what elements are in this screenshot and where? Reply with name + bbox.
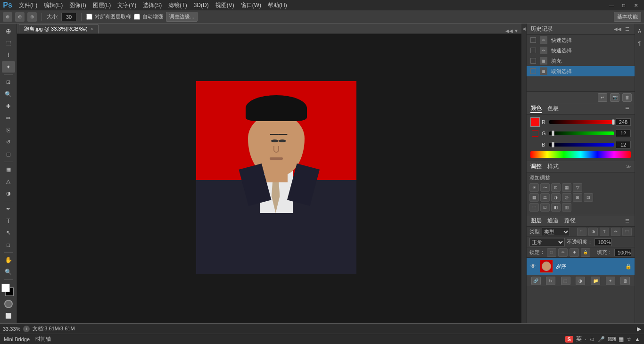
adj-more-btn[interactable]: ≫ <box>626 164 631 169</box>
menu-3d[interactable]: 3D(D) <box>191 1 212 9</box>
b-value-input[interactable] <box>616 141 631 148</box>
screen-mode-tool[interactable]: ⬜ <box>2 311 15 321</box>
history-item-4[interactable]: ▦ 取消选择 <box>527 66 635 76</box>
document-tab[interactable]: 跑离.jpg @ 33.3%(RGB/8#) × <box>19 24 99 33</box>
menu-text[interactable]: 文字(Y) <box>115 0 139 10</box>
collapse-panels-button[interactable]: ◀ <box>522 26 526 31</box>
status-arrow[interactable]: ▶ <box>637 326 641 332</box>
add-adjustment-button[interactable]: ◑ <box>576 277 585 285</box>
quick-select-tool[interactable]: ✦ <box>2 61 15 72</box>
add-mask-button[interactable]: ⬚ <box>561 277 570 285</box>
menu-window[interactable]: 窗口(W) <box>238 0 264 10</box>
bottom-icon-4[interactable]: 🎤 <box>598 336 605 343</box>
tool-icon-2[interactable]: ⊕ <box>15 12 25 22</box>
clone-stamp-tool[interactable]: ⎘ <box>2 125 15 136</box>
status-info-icon[interactable]: i <box>23 326 30 332</box>
b-slider[interactable] <box>549 143 614 147</box>
add-layer-button[interactable]: + <box>606 277 615 285</box>
levels-adj-icon[interactable]: ▦ <box>562 183 571 192</box>
lock-paint-btn[interactable]: ✏ <box>558 248 568 257</box>
gradient-tool[interactable]: ▦ <box>2 164 15 175</box>
bottom-icon-1[interactable]: 英 <box>576 335 582 343</box>
lock-all-btn[interactable]: 🔒 <box>581 248 590 257</box>
bottom-icon-5[interactable]: ⌨ <box>608 336 616 343</box>
history-create-doc-button[interactable]: 📷 <box>610 93 619 102</box>
layer-visibility-toggle[interactable]: 👁 <box>529 262 537 270</box>
workspace-selector[interactable]: 基本功能 <box>614 12 641 22</box>
eyedropper-tool[interactable]: 🔍 <box>2 89 15 99</box>
g-slider-thumb[interactable] <box>552 131 554 136</box>
bw-adj-icon[interactable]: ◑ <box>551 193 561 202</box>
adjustment-tab[interactable]: 调整 <box>530 163 542 171</box>
layers-panel-menu[interactable]: ☰ <box>623 217 631 225</box>
hand-tool[interactable]: ✋ <box>2 254 15 265</box>
color-balance-adj-icon[interactable]: ⚖ <box>540 193 550 202</box>
select-rect-tool[interactable]: ⬚ <box>2 37 15 48</box>
menu-edit[interactable]: 编辑(E) <box>41 0 66 10</box>
panel-expand-icon[interactable]: ◀◀ <box>614 25 621 33</box>
text-tool[interactable]: T <box>2 215 15 226</box>
style-tab[interactable]: 样式 <box>547 163 559 171</box>
crop-tool[interactable]: ⊡ <box>2 77 15 88</box>
layer-type-icon-4[interactable]: ✏ <box>611 228 620 236</box>
menu-filter[interactable]: 滤镜(T) <box>165 0 190 10</box>
shape-tool[interactable]: □ <box>2 239 15 250</box>
layer-type-icon-5[interactable]: ⬚ <box>622 228 632 236</box>
all-layers-checkbox[interactable] <box>86 14 92 20</box>
invert-adj-icon[interactable]: ⬚ <box>529 203 539 212</box>
refine-edge-button[interactable]: 调整边缘... <box>166 12 198 22</box>
auto-enhance-checkbox-label[interactable]: 自动增强 <box>134 13 163 20</box>
blend-mode-select[interactable]: 正常 <box>529 238 565 246</box>
r-slider[interactable] <box>549 120 614 124</box>
g-slider[interactable] <box>549 131 614 135</box>
add-group-button[interactable]: 📁 <box>591 277 600 285</box>
tool-icon-1[interactable]: ⊕ <box>3 12 12 22</box>
fg-color-box[interactable] <box>1 284 10 292</box>
blur-tool[interactable]: △ <box>2 176 15 187</box>
path-select-tool[interactable]: ↖ <box>2 227 15 238</box>
move-tool[interactable]: ⊕ <box>2 25 15 36</box>
layer-type-icon-1[interactable]: ⬚ <box>577 228 586 236</box>
add-link-button[interactable]: 🔗 <box>531 277 541 285</box>
channel-mixer-adj-icon[interactable]: ⊞ <box>573 193 582 202</box>
color-spectrum[interactable] <box>530 151 631 158</box>
add-fx-button[interactable]: fx <box>546 277 555 285</box>
history-item-3[interactable]: ▦ 填充 <box>527 56 635 66</box>
color-panel-menu[interactable]: ☰ <box>623 105 631 113</box>
channels-tab[interactable]: 通道 <box>547 217 559 225</box>
r-slider-thumb[interactable] <box>612 119 615 125</box>
eraser-tool[interactable]: ◻ <box>2 149 15 160</box>
color-tab[interactable]: 颜色 <box>530 104 542 113</box>
zoom-tool[interactable]: 🔍 <box>2 267 15 278</box>
color-boxes[interactable] <box>1 284 16 295</box>
arrange-btn[interactable]: ◀◀ <box>505 28 513 33</box>
delete-layer-button[interactable]: 🗑 <box>620 277 630 285</box>
minimize-button[interactable]: — <box>605 0 618 10</box>
panel-icon-1[interactable]: A <box>636 25 644 37</box>
fill-input[interactable] <box>614 249 631 256</box>
threshold-adj-icon[interactable]: ◧ <box>551 203 561 212</box>
menu-layer[interactable]: 图层(L) <box>90 0 114 10</box>
history-item-2[interactable]: ✏ 快速选择 <box>527 45 635 56</box>
photo-filter-adj-icon[interactable]: ◎ <box>562 193 571 202</box>
bottom-icon-6[interactable]: ▦ <box>619 336 624 343</box>
history-new-snapshot-button[interactable]: ↩ <box>598 93 607 102</box>
brush-size-input[interactable] <box>61 13 76 21</box>
opacity-input[interactable] <box>594 238 611 246</box>
paths-tab[interactable]: 路径 <box>564 217 576 225</box>
brightness-adj-icon[interactable]: ☀ <box>529 183 539 192</box>
panel-icon-2[interactable]: ¶ <box>636 38 644 49</box>
tab-close-button[interactable]: × <box>91 26 93 32</box>
layer-type-icon-2[interactable]: ◑ <box>588 228 598 236</box>
heal-brush-tool[interactable]: ✚ <box>2 101 15 112</box>
history-panel-header[interactable]: 历史记录 ◀◀ ☰ <box>527 24 635 35</box>
gradient-map-adj-icon[interactable]: ▥ <box>562 203 571 212</box>
history-brush-tool[interactable]: ↺ <box>2 137 15 147</box>
menu-file[interactable]: 文件(F) <box>16 0 40 10</box>
bottom-icon-3[interactable]: ☺ <box>589 336 595 343</box>
swatch-tab[interactable]: 色板 <box>547 105 559 113</box>
tool-icon-3[interactable]: ⊕ <box>27 12 37 22</box>
bottom-icon-7[interactable]: ☆ <box>627 336 632 343</box>
panel-menu-icon[interactable]: ☰ <box>623 25 631 33</box>
brush-tool[interactable]: ✏ <box>2 113 15 123</box>
